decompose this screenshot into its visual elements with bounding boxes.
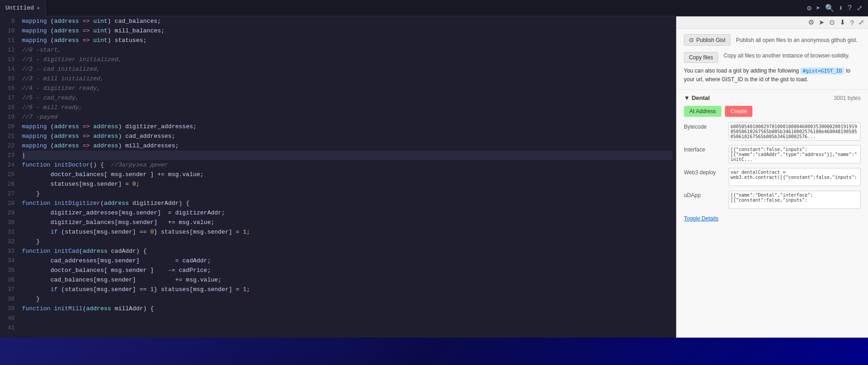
gist-info-prefix: You can also load a gist by adding the f… <box>684 68 800 74</box>
bytecode-label: Bytecode <box>684 122 725 130</box>
info-icon[interactable]: 🔍 <box>825 4 834 13</box>
right-panel: ⚙ ➤ ⊙ ⬇ ? ⤢ ⊙ Publish Gist Publish all o… <box>676 16 868 338</box>
panel-copy-icon[interactable]: ⊙ <box>829 18 835 26</box>
panel-settings-icon[interactable]: ⚙ <box>808 18 814 26</box>
panel-expand-icon[interactable]: ⤢ <box>858 18 864 26</box>
copy-files-label: Copy files <box>689 54 713 61</box>
dental-controls: At Address Create <box>684 106 861 117</box>
dental-collapse-icon[interactable]: ▼ <box>684 94 690 101</box>
panel-help-icon[interactable]: ? <box>850 19 854 26</box>
udapp-label: uDApp <box>684 191 725 198</box>
tab-bar-left: Untitled ✕ <box>0 0 801 16</box>
code-editor[interactable]: 9101112131415161718192021222324252627282… <box>0 16 676 338</box>
panel-icons: ⚙ ➤ 🔍 ⬇ ? ⤢ <box>801 4 868 13</box>
gist-tag: #gist=GIST_ID <box>800 68 844 74</box>
interface-label: Interface <box>684 145 725 153</box>
main-area: 9101112131415161718192021222324252627282… <box>0 16 868 338</box>
publish-row: ⊙ Publish Gist Publish all open files to… <box>684 34 861 46</box>
web3-deploy-textarea[interactable] <box>729 168 861 186</box>
tab-bar: Untitled ✕ ⚙ ➤ 🔍 ⬇ ? ⤢ <box>0 0 868 16</box>
udapp-textarea[interactable] <box>729 191 861 209</box>
web3-deploy-label: Web3 deploy <box>684 168 725 176</box>
panel-send-icon[interactable]: ➤ <box>819 18 825 26</box>
publish-gist-button[interactable]: ⊙ Publish Gist <box>684 34 730 46</box>
panel-toolbar: ⚙ ➤ ⊙ ⬇ ? ⤢ <box>677 16 868 29</box>
expand-icon[interactable]: ⤢ <box>857 4 863 13</box>
download-icon[interactable]: ⬇ <box>839 4 843 13</box>
footer-gradient <box>0 338 868 365</box>
publish-gist-label: Publish Gist <box>696 37 725 43</box>
gist-info: You can also load a gist by adding the f… <box>684 67 861 84</box>
panel-download-icon[interactable]: ⬇ <box>840 18 846 26</box>
deploy-icon[interactable]: ➤ <box>816 4 820 13</box>
copy-row: Copy files Copy all files to another ins… <box>684 48 861 63</box>
copy-files-desc: Copy all files to another instance of br… <box>724 52 850 59</box>
web3-deploy-row: Web3 deploy <box>684 168 861 186</box>
tab-untitled[interactable]: Untitled ✕ <box>0 0 46 16</box>
dental-section: ▼ Dental 3001 bytes At Address Create By… <box>677 90 868 226</box>
udapp-row: uDApp <box>684 191 861 209</box>
github-icon: ⊙ <box>689 36 694 43</box>
tab-close-icon[interactable]: ✕ <box>37 5 40 11</box>
dental-header: ▼ Dental 3001 bytes <box>684 94 861 101</box>
at-address-button[interactable]: At Address <box>684 106 721 117</box>
bytecode-row: Bytecode <box>684 122 861 141</box>
dental-title-text: Dental <box>692 94 710 101</box>
line-numbers: 9101112131415161718192021222324252627282… <box>0 16 18 338</box>
interface-textarea[interactable] <box>729 145 861 163</box>
dental-bytes: 3001 bytes <box>834 95 861 101</box>
code-content[interactable]: mapping (address => uint) cad_balances;m… <box>18 16 676 338</box>
publish-gist-desc: Publish all open files to an anonymous g… <box>736 37 857 43</box>
help-icon[interactable]: ? <box>847 4 852 12</box>
dental-title: ▼ Dental <box>684 94 710 101</box>
create-button[interactable]: Create <box>725 106 752 117</box>
interface-row: Interface <box>684 145 861 163</box>
toggle-details-link[interactable]: Toggle Details <box>684 215 718 222</box>
tab-title: Untitled <box>5 5 34 11</box>
copy-files-button[interactable]: Copy files <box>684 52 718 63</box>
bytecode-textarea[interactable] <box>729 122 861 141</box>
publish-section: ⊙ Publish Gist Publish all open files to… <box>677 29 868 90</box>
settings-icon[interactable]: ⚙ <box>807 4 811 13</box>
